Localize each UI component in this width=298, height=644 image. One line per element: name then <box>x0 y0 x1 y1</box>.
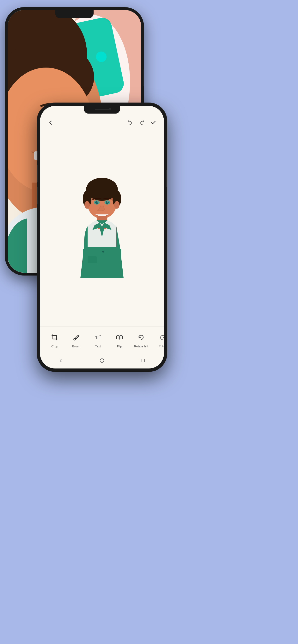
crop-label: Crop <box>51 344 58 348</box>
bottom-nav-bar <box>40 354 164 366</box>
svg-point-23 <box>95 201 98 204</box>
svg-point-24 <box>106 201 109 204</box>
text-label: Text <box>95 344 101 348</box>
back-phone-side-button <box>143 70 144 86</box>
brush-label: Brush <box>72 344 80 348</box>
back-button[interactable] <box>46 118 55 128</box>
svg-rect-39 <box>120 336 122 339</box>
speaker <box>95 109 109 110</box>
back-nav-button[interactable] <box>56 356 65 365</box>
svg-point-28 <box>114 201 119 209</box>
svg-point-41 <box>100 359 104 362</box>
front-phone-vol-down-button <box>37 187 38 204</box>
svg-rect-38 <box>117 336 119 339</box>
front-phone: Crop Brush T <box>37 103 167 371</box>
undo-button[interactable] <box>125 118 135 128</box>
front-phone-power-button <box>166 170 167 187</box>
flip-icon <box>116 334 123 342</box>
rotate-right-label: Rota... <box>159 345 164 348</box>
back-phone-notch <box>55 10 94 18</box>
svg-point-32 <box>102 250 104 252</box>
front-phone-vol-up-button <box>37 165 38 182</box>
tool-brush[interactable]: Brush <box>66 330 87 352</box>
recents-nav-button[interactable] <box>139 356 147 365</box>
rotate-left-label: Rotate left <box>134 344 148 348</box>
front-phone-silent-button <box>37 151 38 160</box>
redo-button[interactable] <box>137 118 146 128</box>
header-actions <box>125 118 158 128</box>
svg-point-26 <box>107 202 108 202</box>
svg-point-25 <box>97 202 98 202</box>
svg-rect-42 <box>142 359 145 362</box>
person-cutout <box>68 177 135 278</box>
home-nav-button[interactable] <box>98 356 106 365</box>
crop-icon <box>51 334 58 342</box>
tool-crop[interactable]: Crop <box>44 330 66 352</box>
svg-point-5 <box>96 52 106 62</box>
brush-icon <box>73 334 80 342</box>
svg-point-27 <box>84 201 90 209</box>
flip-label: Flip <box>117 344 122 348</box>
text-icon: T <box>94 334 101 342</box>
editor-canvas <box>40 130 164 325</box>
rotate-right-icon <box>159 334 164 343</box>
tool-rotate-left[interactable]: Rotate left <box>130 330 152 352</box>
front-phone-notch <box>84 106 120 114</box>
rotate-left-icon <box>137 334 145 342</box>
editor-toolbar: Crop Brush T <box>40 326 164 355</box>
svg-text:T: T <box>95 335 99 340</box>
confirm-button[interactable] <box>148 118 158 128</box>
tool-rotate-right[interactable]: Rota... <box>152 330 164 352</box>
front-camera <box>109 108 111 110</box>
person-svg <box>68 177 135 278</box>
tool-text[interactable]: T Text <box>87 330 109 352</box>
front-phone-screen: Crop Brush T <box>40 106 164 368</box>
svg-rect-30 <box>83 249 121 278</box>
tool-flip[interactable]: Flip <box>109 330 130 352</box>
editor-header <box>40 116 164 130</box>
svg-rect-31 <box>88 256 97 263</box>
